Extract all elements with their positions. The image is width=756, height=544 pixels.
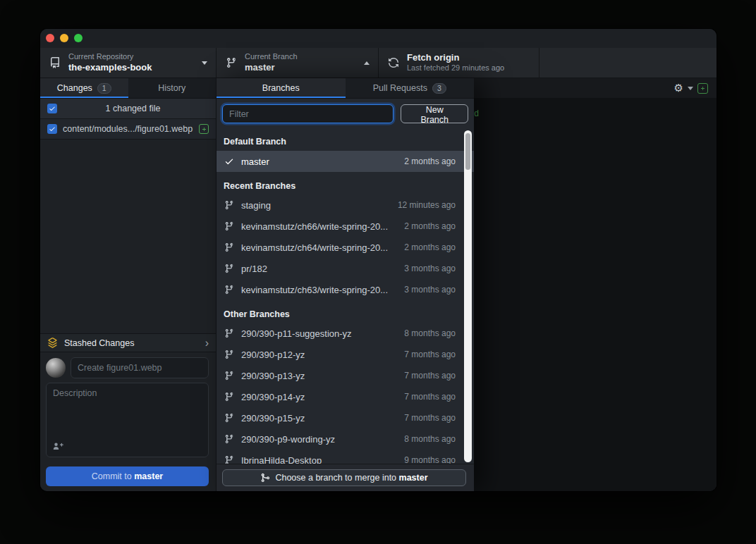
commit-button-prefix: Commit to <box>92 471 134 481</box>
commit-button-branch: master <box>134 471 163 481</box>
toolbar: Current Repository the-examples-book Cur… <box>40 48 717 78</box>
tab-pull-requests-label: Pull Requests <box>373 83 427 93</box>
branch-name: 290/390-p13-yz <box>241 371 398 381</box>
merge-branch-button[interactable]: Choose a branch to merge into master <box>222 469 466 486</box>
sync-icon <box>387 57 400 68</box>
branch-time: 8 months ago <box>404 434 456 444</box>
diff-added-icon <box>697 83 708 94</box>
repo-icon <box>49 57 61 68</box>
branch-row-master[interactable]: master 2 months ago <box>217 151 474 172</box>
branch-row[interactable]: 290/390-p13-yz 7 months ago <box>217 365 474 386</box>
gear-icon[interactable]: ⚙ <box>674 82 683 94</box>
branch-name: 290/390-p14-yz <box>241 392 398 402</box>
branch-name: 290/390-p12-yz <box>241 350 398 360</box>
git-branch-icon <box>224 221 235 231</box>
git-branch-icon <box>224 242 235 252</box>
stashed-changes-label: Stashed Changes <box>64 338 199 348</box>
changed-files-summary: 1 changed file <box>57 104 209 113</box>
branch-time: 3 months ago <box>404 285 456 295</box>
branch-row[interactable]: IbrinaHilda-Desktop 9 months ago <box>217 450 474 464</box>
branch-row[interactable]: 290/390-p14-yz 7 months ago <box>217 386 474 407</box>
select-all-checkbox[interactable] <box>47 104 57 113</box>
branch-time: 3 months ago <box>404 264 456 273</box>
merge-button-prefix: Choose a branch to merge into <box>275 473 398 483</box>
branch-name: kevinamstutz/ch63/write-spring-20... <box>241 285 398 295</box>
tab-history-label: History <box>158 83 185 93</box>
branch-row[interactable]: 290/390-p11-suggestion-yz 8 months ago <box>217 323 474 344</box>
new-branch-button[interactable]: New Branch <box>401 104 468 123</box>
commit-description-input[interactable] <box>47 383 208 438</box>
titlebar <box>40 29 717 48</box>
branch-name: staging <box>241 200 391 211</box>
branch-row[interactable]: staging 12 minutes ago <box>217 194 474 216</box>
git-branch-icon <box>224 285 235 295</box>
merge-footer: Choose a branch to merge into master <box>217 464 474 491</box>
commit-summary-input[interactable] <box>71 357 209 378</box>
chevron-right-icon: › <box>205 338 209 349</box>
branch-time: 7 months ago <box>404 371 456 381</box>
avatar <box>46 358 66 378</box>
branch-list: Default Branch master 2 months ago Recen… <box>217 129 474 464</box>
branches-dropdown: Branches Pull Requests 3 New Branch Defa… <box>217 78 474 491</box>
chevron-down-icon[interactable] <box>688 87 693 90</box>
git-branch-icon <box>224 371 235 381</box>
add-coauthor-icon[interactable] <box>52 440 63 452</box>
commit-button[interactable]: Commit to master <box>46 466 209 486</box>
git-branch-icon <box>224 328 235 338</box>
current-repository-button[interactable]: Current Repository the-examples-book <box>40 48 217 78</box>
branch-row[interactable]: kevinamstutz/ch63/write-spring-20... 3 m… <box>217 279 474 300</box>
branch-row[interactable]: pr/182 3 months ago <box>217 258 474 279</box>
scrollbar[interactable] <box>464 130 472 462</box>
close-button[interactable] <box>46 34 54 42</box>
tab-branches[interactable]: Branches <box>217 78 346 98</box>
tab-pull-requests[interactable]: Pull Requests 3 <box>346 78 475 98</box>
branch-row[interactable]: kevinamstutz/ch64/write-spring-20... 2 m… <box>217 237 474 258</box>
git-branch-icon <box>224 434 235 444</box>
check-icon <box>224 156 235 166</box>
git-branch-icon <box>224 413 235 423</box>
chevron-up-icon <box>364 61 370 65</box>
filter-input[interactable] <box>222 104 394 123</box>
branch-time: 7 months ago <box>404 392 456 402</box>
stack-icon <box>47 338 58 348</box>
file-checkbox[interactable] <box>47 124 57 134</box>
stashed-changes-row[interactable]: Stashed Changes › <box>40 333 216 352</box>
commit-description-box <box>46 383 209 457</box>
tab-changes[interactable]: Changes 1 <box>40 78 128 98</box>
merge-button-branch: master <box>399 473 428 483</box>
branch-time: 12 minutes ago <box>398 200 456 210</box>
scrollbar-thumb[interactable] <box>465 133 470 170</box>
branch-time: 2 months ago <box>404 221 456 231</box>
branch-row[interactable]: 290/390-p15-yz 7 months ago <box>217 407 474 428</box>
changed-file-row[interactable]: content/modules.../figure01.webp <box>40 119 216 140</box>
branch-name: 290/390-p11-suggestion-yz <box>241 328 398 339</box>
pull-requests-count-badge: 3 <box>432 83 446 94</box>
branch-name: master <box>241 156 398 167</box>
tab-changes-label: Changes <box>57 83 92 93</box>
chevron-down-icon <box>202 61 207 65</box>
current-repository-value: the-examples-book <box>68 62 202 73</box>
zoom-button[interactable] <box>74 34 83 42</box>
section-other-branches: Other Branches <box>217 300 474 323</box>
fetch-origin-subtitle: Last fetched 29 minutes ago <box>407 63 530 73</box>
file-added-icon <box>199 124 209 134</box>
git-branch-icon <box>224 392 235 402</box>
tab-history[interactable]: History <box>128 78 217 98</box>
git-merge-icon <box>260 473 270 483</box>
minimize-button[interactable] <box>60 34 68 42</box>
branch-row[interactable]: 290/390-p9-wording-yz 8 months ago <box>217 428 474 450</box>
diff-text-fragment: d <box>474 109 479 119</box>
branch-time: 7 months ago <box>404 413 456 423</box>
branch-row[interactable]: 290/390-p12-yz 7 months ago <box>217 344 474 365</box>
changes-count-badge: 1 <box>97 83 111 94</box>
fetch-origin-button[interactable]: Fetch origin Last fetched 29 minutes ago <box>379 48 539 78</box>
section-default-branch: Default Branch <box>217 132 474 151</box>
current-branch-value: master <box>245 62 364 73</box>
current-branch-button[interactable]: Current Branch master <box>217 48 379 78</box>
branch-name: 290/390-p15-yz <box>241 413 398 424</box>
git-branch-icon <box>225 57 238 68</box>
branch-name: 290/390-p9-wording-yz <box>241 434 398 445</box>
filter-row: New Branch <box>217 99 474 129</box>
branch-name: pr/182 <box>241 264 398 274</box>
branch-row[interactable]: kevinamstutz/ch66/write-spring-20... 2 m… <box>217 216 474 237</box>
